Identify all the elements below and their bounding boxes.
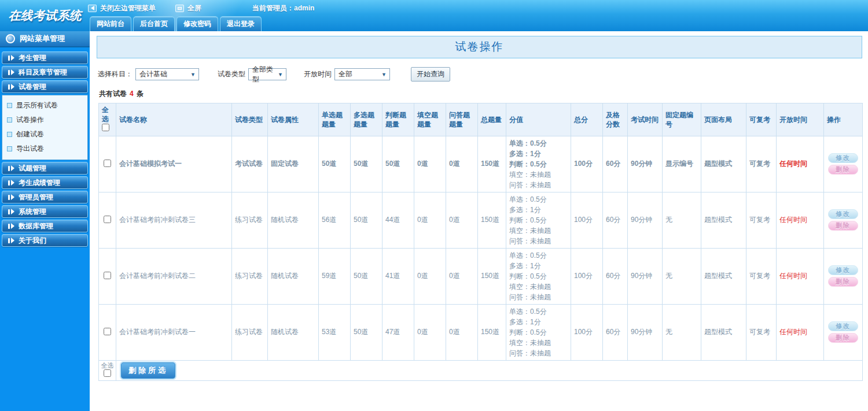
sidebar-item-label: 考生管理 — [19, 53, 46, 63]
sidebar-item-label: 关于我们 — [19, 236, 46, 246]
delete-button[interactable]: 删除 — [828, 277, 858, 287]
judge-count-cell: 41道 — [382, 248, 414, 304]
qa-count-cell: 0道 — [446, 192, 478, 248]
score-line: 判断：0.5分 — [509, 327, 568, 338]
menu-arrow-icon — [8, 165, 14, 171]
column-header-17: 开放时间 — [777, 103, 824, 136]
fixed-number-cell: 显示编号 — [663, 136, 701, 192]
open-time-select[interactable]: 全部 ▼ — [334, 68, 390, 80]
start-query-button[interactable]: 开始查询 — [411, 67, 450, 82]
paper-type-select[interactable]: 全部类型 ▼ — [248, 68, 286, 80]
square-bullet-icon — [7, 146, 12, 151]
tab-admin-home[interactable]: 后台首页 — [133, 16, 175, 31]
menu-arrow-icon — [8, 238, 14, 243]
blank-count-cell: 0道 — [414, 248, 446, 304]
sidebar-item-label: 试卷管理 — [19, 82, 46, 92]
open-time-filter-label: 开放时间 — [304, 69, 332, 79]
row-checkbox-cell — [99, 192, 116, 248]
page-layout-cell: 题型模式 — [701, 248, 746, 304]
subject-select[interactable]: 会计基础 ▼ — [135, 68, 199, 80]
row-checkbox[interactable] — [104, 272, 111, 279]
sidebar-item-database[interactable]: 数据库管理 — [2, 220, 88, 232]
delete-button[interactable]: 删除 — [828, 333, 858, 343]
sidebar-item-papers[interactable]: 试卷管理 — [2, 80, 88, 93]
select-all-checkbox-header[interactable] — [102, 124, 109, 131]
table-row: 会计基础考前冲刺试卷一练习试卷随机试卷53道50道47道0道0道150道单选：0… — [99, 304, 863, 360]
square-bullet-icon — [7, 132, 12, 137]
tab-logout[interactable]: 退出登录 — [220, 16, 262, 31]
select-all-checkbox-footer[interactable] — [104, 369, 111, 377]
score-line: 问答：未抽题 — [509, 236, 568, 246]
table-row: 会计基础模拟考试一考试试卷固定试卷50道50道50道0道0道150道单选：0.5… — [99, 136, 863, 192]
row-checkbox[interactable] — [104, 160, 111, 167]
paper-name-cell: 会计基础考前冲刺试卷二 — [116, 248, 232, 304]
delete-selected-button[interactable]: 删除所选 — [121, 362, 175, 379]
sidebar-item-subjects-chapters[interactable]: 科目及章节管理 — [2, 66, 88, 79]
fullscreen-button[interactable]: 全屏 — [175, 3, 201, 13]
submenu-item-export-paper[interactable]: 导出试卷 — [2, 142, 87, 156]
column-header-4: 单选题题量 — [319, 103, 351, 136]
actions-cell: 修改删除 — [824, 192, 863, 248]
edit-button[interactable]: 修改 — [828, 265, 858, 275]
sidebar-item-system[interactable]: 系统管理 — [2, 205, 88, 218]
fullscreen-icon — [175, 5, 184, 12]
single-count-cell: 59道 — [319, 248, 351, 304]
paper-name-cell: 会计基础考前冲刺试卷三 — [116, 192, 232, 248]
actions-cell: 修改删除 — [824, 136, 863, 192]
retake-cell: 可复考 — [746, 304, 777, 360]
row-checkbox-cell — [99, 136, 116, 192]
score-line: 多选：1分 — [509, 205, 568, 215]
page-layout-cell: 题型模式 — [701, 192, 746, 248]
sidebar-item-label: 管理员管理 — [19, 192, 53, 202]
column-header-10: 分值 — [506, 103, 571, 136]
menu-arrow-icon — [8, 194, 14, 200]
sidebar-item-examinees[interactable]: 考生管理 — [2, 51, 88, 64]
fixed-number-cell: 无 — [663, 248, 701, 304]
submenu-item-show-all-papers[interactable]: 显示所有试卷 — [2, 98, 87, 113]
tab-website-front[interactable]: 网站前台 — [90, 16, 131, 31]
fullscreen-label: 全屏 — [187, 3, 201, 13]
paper-attr-cell: 随机试卷 — [268, 248, 319, 304]
sidebar-item-about[interactable]: 关于我们 — [2, 234, 88, 247]
menu-arrow-icon — [8, 84, 14, 90]
tab-change-password[interactable]: 修改密码 — [176, 16, 218, 31]
chevron-down-icon: ▼ — [381, 72, 387, 77]
qa-count-cell: 0道 — [446, 304, 478, 360]
edit-button[interactable]: 修改 — [828, 153, 858, 163]
menu-arrow-icon — [8, 209, 14, 214]
score-line: 单选：0.5分 — [509, 306, 568, 317]
menu-arrow-icon — [8, 55, 14, 61]
submenu-item-create-paper[interactable]: 创建试卷 — [2, 127, 87, 142]
submenu-item-paper-operations[interactable]: 试卷操作 — [2, 113, 87, 127]
edit-button[interactable]: 修改 — [828, 209, 858, 219]
total-score-cell: 100分 — [571, 192, 603, 248]
delete-button[interactable]: 删除 — [828, 165, 858, 175]
page-layout-cell: 题型模式 — [701, 304, 746, 360]
close-left-menu-button[interactable]: 关闭左边管理菜单 — [88, 3, 156, 13]
column-header-6: 判断题题量 — [382, 103, 414, 136]
paper-type-cell: 练习试卷 — [232, 304, 268, 360]
sidebar: 网站菜单管理 考生管理科目及章节管理试卷管理显示所有试卷试卷操作创建试卷导出试卷… — [0, 31, 90, 411]
topbar-row: 关闭左边管理菜单 全屏 当前管理员：admin — [88, 0, 314, 16]
column-header-0: 全选 — [99, 103, 116, 136]
score-line: 单选：0.5分 — [509, 250, 568, 261]
collapse-left-icon — [88, 5, 97, 12]
top-header: 在线考试系统 关闭左边管理菜单 全屏 当前管理员：admin 网站前台后台首页修… — [0, 0, 868, 31]
exam-time-cell: 90分钟 — [628, 136, 663, 192]
sidebar-item-label: 考生成绩管理 — [19, 178, 60, 188]
sidebar-item-admins[interactable]: 管理员管理 — [2, 191, 88, 203]
score-values-cell: 单选：0.5分多选：1分判断：0.5分填空：未抽题问答：未抽题 — [506, 136, 571, 192]
subject-select-value: 会计基础 — [139, 69, 167, 79]
total-count-cell: 150道 — [478, 304, 506, 360]
score-line: 填空：未抽题 — [509, 225, 568, 236]
delete-button[interactable]: 删除 — [828, 221, 858, 231]
pass-score-cell: 60分 — [603, 304, 628, 360]
sidebar-item-questions[interactable]: 试题管理 — [2, 162, 88, 175]
row-checkbox[interactable] — [104, 216, 111, 223]
paper-type-cell: 练习试卷 — [232, 192, 268, 248]
row-checkbox[interactable] — [104, 328, 111, 335]
square-bullet-icon — [7, 103, 12, 108]
edit-button[interactable]: 修改 — [828, 321, 858, 331]
retake-cell: 可复考 — [746, 248, 777, 304]
sidebar-item-examinee-scores[interactable]: 考生成绩管理 — [2, 176, 88, 189]
